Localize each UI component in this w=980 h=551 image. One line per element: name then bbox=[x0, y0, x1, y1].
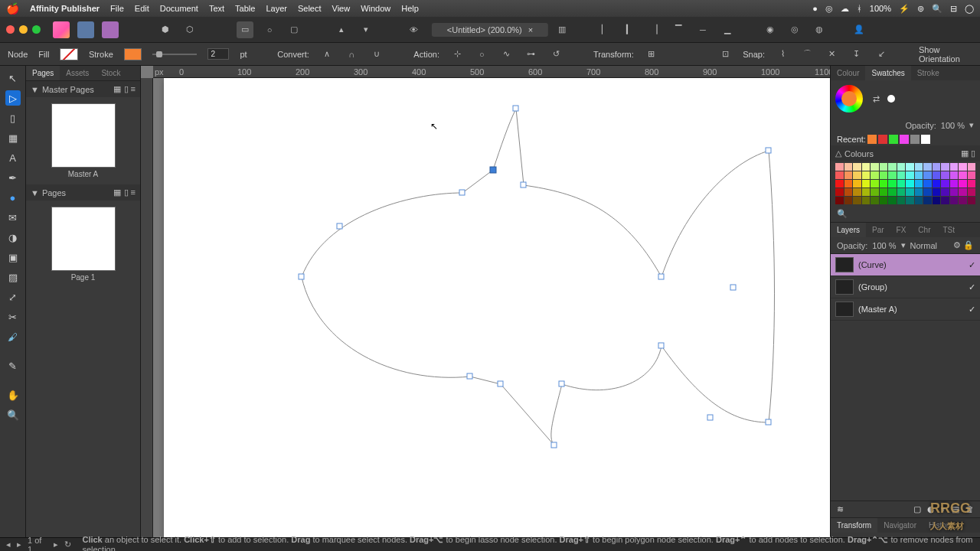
action-close-icon[interactable]: ○ bbox=[475, 46, 488, 63]
apple-icon[interactable]: 🍎 bbox=[6, 2, 19, 15]
hand-tool-icon[interactable]: ✋ bbox=[5, 387, 21, 403]
action-reverse-icon[interactable]: ↺ bbox=[549, 46, 563, 63]
pages-header[interactable]: ▼ Pages ▦ ▯ ≡ bbox=[26, 184, 140, 201]
snap-3-icon[interactable]: ✕ bbox=[825, 46, 839, 63]
menu-text[interactable]: Text bbox=[209, 4, 224, 13]
show-orientation-label[interactable]: Show Orientation bbox=[919, 45, 972, 64]
control-center-icon[interactable]: ⊟ bbox=[950, 4, 957, 14]
eyedropper-tool-icon[interactable]: ✎ bbox=[5, 358, 21, 373]
swatch-cell[interactable] bbox=[844, 171, 853, 179]
recent-swatch[interactable] bbox=[900, 135, 909, 144]
layer-row-master[interactable]: (Master A) ✓ bbox=[831, 298, 980, 321]
tab-stock[interactable]: Stock bbox=[95, 66, 126, 80]
swatch-cell[interactable] bbox=[968, 171, 976, 179]
chevron-down-icon[interactable]: ▾ bbox=[969, 120, 974, 130]
close-window-button[interactable] bbox=[6, 25, 15, 34]
node-tool-icon[interactable]: ▷ bbox=[5, 90, 21, 106]
action-join-icon[interactable]: ⊶ bbox=[524, 46, 538, 63]
menu-layer[interactable]: Layer bbox=[266, 4, 287, 13]
align-right-icon[interactable]: ▕ bbox=[645, 21, 662, 38]
tab-chr[interactable]: Chr bbox=[912, 223, 936, 237]
tab-assets[interactable]: Assets bbox=[60, 66, 95, 80]
swatch-cell[interactable] bbox=[941, 197, 949, 204]
swatch-cell[interactable] bbox=[933, 197, 941, 204]
artistic-text-tool-icon[interactable]: A bbox=[5, 150, 21, 165]
swap-colors-icon[interactable]: ⇄ bbox=[867, 90, 884, 107]
layer-visible-checkbox[interactable]: ✓ bbox=[969, 305, 975, 315]
swatch-cell[interactable] bbox=[923, 197, 932, 204]
swatch-cell[interactable] bbox=[906, 197, 914, 204]
align-left-icon[interactable]: ▏ bbox=[596, 21, 613, 38]
stroke-width-input[interactable] bbox=[207, 48, 229, 60]
airdrop-icon[interactable]: ◎ bbox=[825, 4, 833, 14]
layer-visible-checkbox[interactable]: ✓ bbox=[969, 282, 975, 292]
tab-tst[interactable]: TSt bbox=[936, 223, 961, 237]
menu-window[interactable]: Window bbox=[361, 4, 390, 13]
swatch-cell[interactable] bbox=[888, 188, 897, 196]
swatch-cell[interactable] bbox=[923, 180, 932, 187]
stroke-width-slider[interactable] bbox=[152, 54, 197, 55]
search-swatch-icon[interactable]: 🔍 bbox=[837, 209, 848, 218]
swatch-cell[interactable] bbox=[959, 180, 967, 187]
swatch-cell[interactable] bbox=[950, 171, 959, 179]
fill-swatch[interactable] bbox=[60, 48, 78, 60]
fill-tool-icon[interactable]: ▨ bbox=[5, 269, 21, 285]
record-icon[interactable]: ● bbox=[812, 4, 818, 13]
tab-fx[interactable]: FX bbox=[890, 223, 913, 237]
swatch-cell[interactable] bbox=[941, 171, 949, 179]
menu-edit[interactable]: Edit bbox=[135, 4, 149, 13]
preview-icon[interactable]: 👁 bbox=[405, 21, 422, 38]
bool-subtract-icon[interactable]: ◎ bbox=[786, 21, 803, 38]
swatch-cell[interactable] bbox=[844, 180, 853, 187]
swatch-cell[interactable] bbox=[923, 188, 932, 196]
swatch-cell[interactable] bbox=[835, 180, 844, 187]
swatch-cell[interactable] bbox=[959, 188, 967, 196]
snap-2-icon[interactable]: ⌒ bbox=[800, 46, 814, 63]
preflight-icon[interactable]: ⬢ bbox=[157, 21, 174, 38]
swatch-cell[interactable] bbox=[959, 197, 967, 204]
recent-swatch[interactable] bbox=[921, 135, 930, 144]
swatch-cell[interactable] bbox=[862, 188, 871, 196]
swatch-cell[interactable] bbox=[880, 197, 888, 204]
master-a-thumb[interactable]: Master A bbox=[51, 103, 116, 178]
align-bottom-icon[interactable]: ▁ bbox=[719, 21, 736, 38]
master-pages-header[interactable]: ▼ Master Pages ▦ ▯ ≡ bbox=[26, 81, 140, 97]
nav-next-icon[interactable]: ▸ bbox=[17, 540, 21, 549]
layer-opacity-value[interactable]: 100 % bbox=[872, 241, 896, 250]
convert-smart-icon[interactable]: ∪ bbox=[369, 46, 383, 63]
vector-crop-tool-icon[interactable]: ▣ bbox=[5, 249, 21, 265]
snap-1-icon[interactable]: ⌇ bbox=[776, 46, 789, 63]
bool-add-icon[interactable]: ◉ bbox=[762, 21, 779, 38]
swatch-cell[interactable] bbox=[959, 171, 967, 179]
anchor-down-icon[interactable]: ▾ bbox=[358, 21, 374, 38]
menu-select[interactable]: Select bbox=[298, 4, 322, 13]
curve-path[interactable] bbox=[164, 78, 822, 537]
swatch-cell[interactable] bbox=[915, 180, 923, 187]
swatch-cell[interactable] bbox=[880, 188, 888, 196]
recent-swatch[interactable] bbox=[867, 135, 877, 144]
pages-options-icon[interactable]: ▦ ▯ ≡ bbox=[113, 187, 136, 197]
menu-help[interactable]: Help bbox=[401, 4, 419, 13]
account-icon[interactable]: 👤 bbox=[851, 21, 867, 38]
swatch-cell[interactable] bbox=[862, 163, 871, 171]
swatch-cell[interactable] bbox=[853, 163, 861, 171]
swatch-cell[interactable] bbox=[897, 163, 906, 171]
action-smooth-icon[interactable]: ∿ bbox=[500, 46, 514, 63]
swatch-cell[interactable] bbox=[888, 180, 897, 187]
transform-mode-icon[interactable]: ⊞ bbox=[645, 46, 658, 63]
swatch-cell[interactable] bbox=[950, 163, 959, 171]
swatch-cell[interactable] bbox=[862, 197, 871, 204]
swatch-cell[interactable] bbox=[941, 180, 949, 187]
layer-visible-checkbox[interactable]: ✓ bbox=[969, 260, 975, 270]
crop-tool-icon[interactable]: ✂ bbox=[5, 309, 21, 324]
swatch-cell[interactable] bbox=[844, 197, 853, 204]
table-tool-icon[interactable]: ▦ bbox=[5, 130, 21, 145]
stroke-swatch[interactable] bbox=[124, 48, 142, 60]
transparency-tool-icon[interactable]: ⤢ bbox=[5, 289, 21, 305]
align-top-icon[interactable]: ▔ bbox=[670, 21, 687, 38]
tab-par[interactable]: Par bbox=[866, 223, 890, 237]
document-page[interactable] bbox=[164, 78, 830, 548]
anchor-up-icon[interactable]: ▴ bbox=[333, 21, 350, 38]
pen-tool-icon[interactable]: ✒ bbox=[5, 170, 21, 185]
tab-navigator[interactable]: Navigator bbox=[877, 518, 923, 533]
